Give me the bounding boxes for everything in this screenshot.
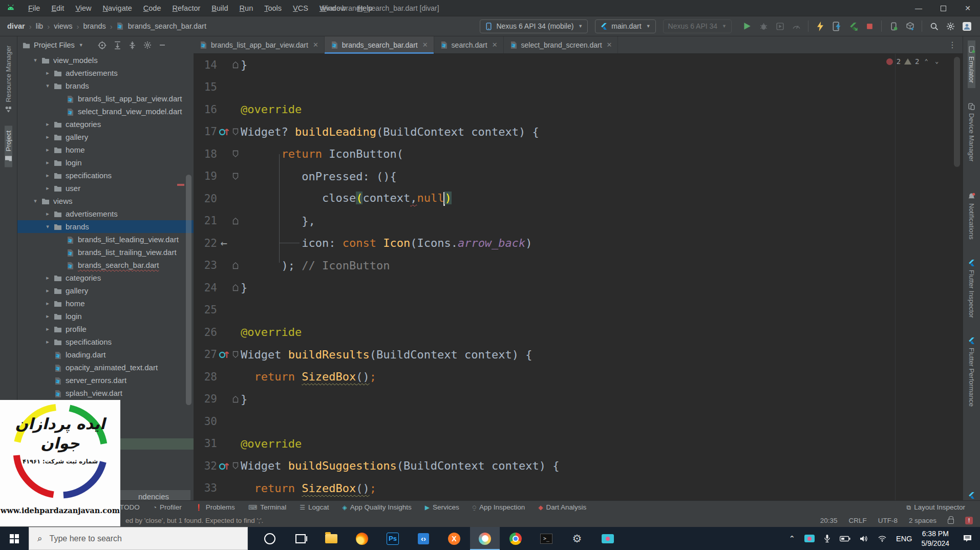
menu-vcs[interactable]: VCS [287,0,314,16]
fold-marker-icon[interactable] [230,284,241,291]
tree-row-user[interactable]: ▸user [17,182,194,195]
tree-row-brands[interactable]: ▾brands [17,79,194,92]
code-line-28[interactable]: 28 return SizedBox(); [194,366,963,388]
language-indicator[interactable]: ENG [896,535,912,543]
settings-icon[interactable] [944,19,957,33]
menu-navigate[interactable]: Navigate [97,0,138,16]
menu-build[interactable]: Build [206,0,233,16]
tool-window-button-profiler[interactable]: ◔Profiler [146,503,188,511]
minimize-button[interactable]: — [906,0,931,16]
fold-marker-icon[interactable] [230,217,241,225]
code-line-33[interactable]: 33 return SizedBox(); [194,477,963,500]
code-line-14[interactable]: 14} [194,54,963,76]
code-line-25[interactable]: 25 [194,299,963,322]
tool-window-button-logcat[interactable]: ☰Logcat [293,503,335,511]
debug-icon[interactable] [757,19,770,33]
taskbar-app-emulator[interactable] [593,527,623,550]
chevron-down-icon[interactable]: ▼ [79,43,83,48]
menu-refactor[interactable]: Refactor [167,0,206,16]
tab-close-icon[interactable]: ✕ [422,41,428,49]
speaker-icon[interactable] [860,535,868,542]
chevron-right-icon[interactable]: ▸ [44,121,51,128]
chevron-right-icon[interactable]: ▸ [44,300,51,307]
tool-window-button-device-manager[interactable]: Device Manager [968,97,975,167]
tool-window-button-notifications[interactable]: Notifications [968,187,975,245]
tree-row-brands[interactable]: ▾brands [17,220,194,233]
fold-marker-icon[interactable] [230,351,241,358]
device-manager-icon[interactable] [887,19,900,33]
code-line-26[interactable]: 26@override [194,321,963,344]
code-line-30[interactable]: 30 [194,410,963,433]
line-separator[interactable]: CRLF [848,517,866,524]
layout-inspector-button[interactable]: ⧉ Layout Inspector [900,501,972,514]
taskbar-app-firefox[interactable] [347,527,377,550]
tree-row-views[interactable]: ▾views [17,195,194,207]
gear-icon[interactable] [143,41,152,49]
stop-icon[interactable] [863,19,876,33]
breadcrumb-item[interactable]: brands [82,22,106,30]
tool-window-button-app-inspection[interactable]: ⍜App Inspection [466,503,532,511]
tool-window-button-app-quality-insights[interactable]: ◈App Quality Insights [336,503,418,511]
tab-brands_list_app_bar_view-dart[interactable]: brands_list_app_bar_view.dart✕ [194,36,325,53]
taskbar-app-chrome[interactable] [501,527,530,550]
code-line-15[interactable]: 15 [194,76,963,99]
tree-row-advertisements[interactable]: ▸advertisements [17,67,194,79]
code-line-16[interactable]: 16@override [194,98,963,121]
code-line-32[interactable]: 32Widget buildSuggestions(BuildContext c… [194,455,963,477]
device-selector[interactable]: Nexus 6 API 34 (mobile)▼ [480,19,588,33]
chevron-right-icon[interactable]: ▸ [44,326,51,332]
code-line-31[interactable]: 31@override [194,433,963,455]
chevron-right-icon[interactable]: ▸ [44,172,51,179]
run-icon[interactable] [740,19,754,33]
menu-file[interactable]: File [23,0,46,16]
tool-window-button-dart-analysis[interactable]: ◆Dart Analysis [531,503,593,511]
tool-window-button-emulator[interactable]: Emulator [968,40,975,88]
code-line-24[interactable]: 24} [194,277,963,299]
tree-row-categories[interactable]: ▸categories [17,271,194,284]
fold-marker-icon[interactable] [230,173,241,180]
action-center-icon[interactable] [958,527,976,550]
tree-row-brands_list_leading_view-dart[interactable]: brands_list_leading_view.dart [17,233,194,246]
code-line-22[interactable]: 22← icon: const Icon(Icons.arrow_back) [194,232,963,255]
chevron-right-icon[interactable]: ▸ [44,146,51,153]
tree-row-login[interactable]: ▸login [17,310,194,323]
collapse-all-icon[interactable] [129,41,136,50]
tab-close-icon[interactable]: ✕ [492,41,498,49]
tree-row-opacity_animated_text-dart[interactable]: opacity_animated_text.dart [17,361,194,374]
chevron-right-icon[interactable]: ▸ [44,274,51,281]
taskbar-app-vscode[interactable]: ‹› [409,527,438,550]
hot-reload-icon[interactable] [814,19,827,33]
tab-close-icon[interactable]: ✕ [607,41,612,49]
chevron-right-icon[interactable]: ▸ [44,134,51,140]
taskbar-app-terminal[interactable]: >_ [531,527,561,550]
tree-row-home[interactable]: ▸home [17,143,194,156]
breadcrumb-file[interactable]: brands_search_bar.dart [127,22,207,30]
tool-window-button-resource-manager[interactable]: Resource Manager [5,40,12,118]
chevron-right-icon[interactable]: ▸ [44,313,51,320]
code-editor[interactable]: 2 2 ⌃ ⌃ 14}1516@override17Widget? buildL… [194,54,963,500]
chevron-right-icon[interactable]: ▸ [44,287,51,294]
taskbar-app-photoshop[interactable]: Ps [378,527,408,550]
caret-position[interactable]: 20:35 [820,517,838,524]
overrides-method-icon[interactable] [217,349,230,359]
chevron-up-icon[interactable]: ⌃ [789,534,796,543]
tree-row-profile[interactable]: ▸profile [17,323,194,335]
fold-marker-icon[interactable] [230,61,241,69]
taskbar-app-xampp[interactable]: X [439,527,469,550]
close-button[interactable]: ✕ [955,0,980,16]
fold-marker-icon[interactable] [230,395,241,403]
expand-all-icon[interactable] [114,41,121,50]
tab-select_brand_screen-dart[interactable]: select_brand_screen.dart✕ [504,36,619,53]
profile-avatar-icon[interactable] [960,19,973,33]
tool-window-button-project[interactable]: Project [5,125,12,167]
chevron-down-icon[interactable]: ▾ [32,57,39,64]
taskbar-app-task-view[interactable] [286,527,315,550]
chevron-right-icon[interactable]: ▸ [44,339,51,345]
fold-marker-icon[interactable] [230,128,241,136]
chevron-right-icon[interactable]: ▸ [44,70,51,76]
overrides-method-icon[interactable] [217,461,230,471]
sdk-manager-icon[interactable] [903,19,917,33]
code-line-27[interactable]: 27Widget buildResults(BuildContext conte… [194,344,963,366]
chevron-down-icon[interactable]: ▾ [32,198,39,204]
code-line-18[interactable]: 18 return IconButton( [194,143,963,165]
